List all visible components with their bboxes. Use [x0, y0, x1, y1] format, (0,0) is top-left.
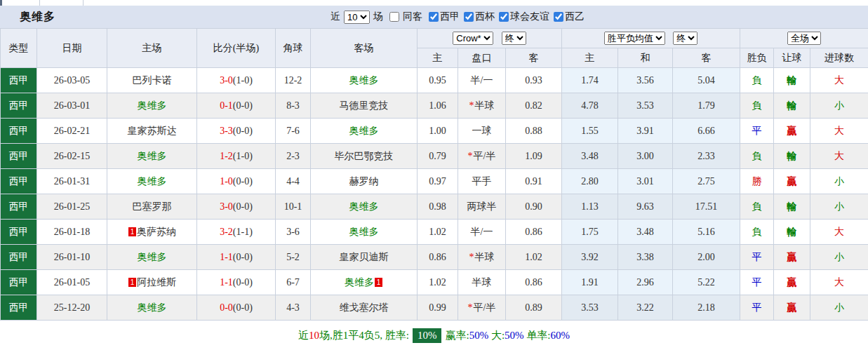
league-filter[interactable]: 西甲 — [425, 11, 460, 23]
date-cell: 26-01-05 — [37, 270, 107, 295]
odds-away-cell: 0.86 — [506, 270, 562, 295]
avg-away-cell: 2.00 — [673, 245, 740, 270]
result-wdl-cell: 勝 — [740, 169, 774, 194]
odds-home-cell: 1.02 — [418, 220, 458, 245]
result-wdl-cell: 平 — [740, 245, 774, 270]
avg-home-cell: 4.78 — [562, 93, 618, 119]
same-away-checkbox[interactable] — [389, 12, 399, 22]
league-cell: 西甲 — [1, 220, 37, 245]
team-name: 毕尔巴鄂竞技 — [335, 151, 394, 161]
result-wdl-cell: 負 — [740, 144, 774, 169]
avg-home-cell: 3.92 — [562, 245, 618, 270]
match-row: 西甲26-01-31奥维多1-0(0-0)4-4赫罗纳0.97平手0.912.8… — [1, 169, 868, 194]
col-odds-line: 盘口 — [458, 48, 506, 68]
win-rate-badge: 10% — [413, 328, 442, 343]
halftime-score: (0-0) — [233, 302, 253, 313]
summary-segment: 10 — [309, 330, 319, 342]
away-team-cell: 奥维多 — [311, 119, 418, 144]
odds-home-cell: 0.98 — [418, 194, 458, 220]
league-checkbox[interactable] — [464, 12, 474, 22]
score-cell: 3-3(0-0) — [197, 119, 276, 144]
team-name: 皇家苏斯达 — [128, 126, 177, 136]
fulltime-score: 1-1 — [220, 277, 233, 288]
red-card-badge: 1 — [128, 227, 136, 236]
result-goals-cell: 大 — [810, 144, 868, 169]
matches-table: 类型 日期 主场 比分(半场) 角球 客场 Crow* 终 胜平负均值 终 全场 — [0, 28, 868, 321]
summary-segment: 50% — [469, 330, 489, 342]
handicap-line-cell: 一球 — [458, 119, 506, 144]
home-team-cell: 巴列卡诺 — [107, 68, 197, 93]
fulltime-score: 3-0 — [220, 75, 233, 86]
bookmaker-select[interactable]: Crow* — [453, 32, 493, 45]
fulltime-score: 1-2 — [220, 151, 233, 161]
team-name: 维戈塞尔塔 — [340, 302, 389, 313]
halftime-score: (0-0) — [233, 176, 253, 187]
home-team-cell: 奥维多 — [107, 295, 197, 321]
league-checkbox[interactable] — [554, 12, 563, 22]
avg-home-cell: 1.74 — [562, 68, 618, 93]
summary-segment: 近 — [298, 329, 309, 342]
recent-label: 近 — [330, 11, 340, 23]
bookmaker-time-select[interactable]: 终 — [502, 32, 526, 45]
result-goals-cell: 大 — [810, 119, 868, 144]
score-cell: 0-1(0-0) — [197, 93, 276, 119]
recent-count-select[interactable]: 10 — [344, 11, 370, 24]
result-wdl-cell: 負 — [740, 68, 774, 93]
red-card-badge: 1 — [128, 278, 136, 287]
league-cell: 西甲 — [1, 295, 37, 321]
corner-cell: 5-2 — [276, 245, 311, 270]
col-odds-home: 主 — [418, 48, 458, 68]
handicap-line-cell: *平/半 — [458, 144, 506, 169]
team-name: 奥维多 — [349, 75, 379, 86]
match-row: 西甲26-01-25巴塞罗那3-0(0-0)10-1奥维多0.98两球半0.90… — [1, 194, 868, 220]
team-name: 奥维多 — [138, 176, 167, 187]
team-name: 奥维多 — [138, 252, 167, 262]
avg-home-cell: 2.80 — [562, 169, 618, 194]
avg-away-cell: 6.66 — [673, 119, 740, 144]
result-wdl-cell: 負 — [740, 93, 774, 119]
home-team-cell: 奥维多 — [107, 245, 197, 270]
home-team-cell: 1奥萨苏纳 — [107, 220, 197, 245]
away-team-cell: 马德里竞技 — [311, 93, 418, 119]
league-filter[interactable]: 西杯 — [460, 11, 495, 23]
date-cell: 26-01-25 — [37, 194, 107, 220]
result-handicap-cell: 贏 — [774, 245, 810, 270]
handicap-line-cell: 半/一 — [458, 68, 506, 93]
top-strip-edge — [0, 0, 2, 6]
fulltime-score: 3-3 — [220, 126, 233, 136]
league-checkbox[interactable] — [429, 12, 439, 22]
avg-time-select[interactable]: 终 — [673, 32, 697, 45]
team-title: 奥维多 — [20, 10, 55, 25]
col-home: 主场 — [107, 29, 197, 68]
score-cell: 3-0(0-0) — [197, 194, 276, 220]
match-row: 西甲25-12-20奥维多0-0(0-0)4-3维戈塞尔塔0.99*平/半0.8… — [1, 295, 868, 321]
corner-cell: 12-2 — [276, 68, 311, 93]
scope-select[interactable]: 全场 — [787, 32, 821, 45]
result-handicap-cell: 贏 — [774, 270, 810, 295]
date-cell: 26-02-21 — [37, 119, 107, 144]
result-goals-cell: 小 — [810, 194, 868, 220]
halftime-score: (0-0) — [233, 100, 253, 111]
top-strip — [0, 0, 868, 6]
avg-odds-select[interactable]: 胜平负均值 — [604, 32, 665, 45]
away-team-cell: 毕尔巴鄂竞技 — [311, 144, 418, 169]
result-wdl-cell: 負 — [740, 220, 774, 245]
league-checkbox[interactable] — [499, 12, 509, 22]
odds-away-cell: 0.82 — [506, 93, 562, 119]
odds-home-cell: 0.86 — [418, 245, 458, 270]
score-cell: 3-0(1-0) — [197, 68, 276, 93]
fulltime-score: 3-0 — [220, 201, 233, 212]
summary-segment: 60% — [550, 330, 570, 342]
league-filter[interactable]: 球会友谊 — [495, 11, 549, 23]
changed-line-star: * — [468, 151, 473, 161]
away-team-cell: 皇家贝迪斯 — [311, 245, 418, 270]
away-team-cell: 赫罗纳 — [311, 169, 418, 194]
avg-away-cell: 2.75 — [673, 169, 740, 194]
col-corner: 角球 — [276, 29, 311, 68]
league-filter[interactable]: 西乙 — [549, 11, 585, 23]
team-name: 皇家贝迪斯 — [340, 252, 389, 262]
halftime-score: (0-0) — [233, 277, 253, 288]
col-result-wdl: 胜负 — [740, 48, 774, 68]
home-team-cell: 奥维多 — [107, 93, 197, 119]
result-handicap-cell: 贏 — [774, 295, 810, 321]
